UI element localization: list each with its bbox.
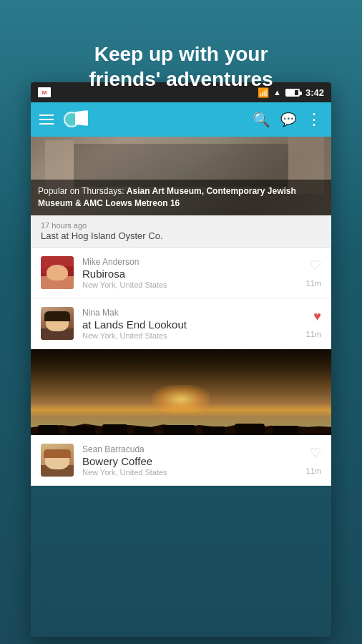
checkin-actions-mike: ♡ 11m [306, 258, 321, 288]
location-nina: New York, United States [82, 331, 298, 340]
avatar-nina [41, 307, 74, 340]
photo-strip [31, 349, 331, 435]
checkin-actions-nina: ♥ 11m [306, 309, 321, 338]
location-sean: New York, United States [82, 468, 298, 477]
checkin-info-mike: Mike Anderson Rubirosa New York, United … [82, 257, 298, 289]
section-time: 17 hours ago [41, 221, 321, 230]
checkin-item-sean[interactable]: Sean Barracuda Bowery Coffee New York, U… [31, 435, 331, 486]
section-place: Last at Hog Island Oyster Co. [41, 230, 321, 241]
checkin-actions-sean: ♡ 11m [306, 445, 321, 475]
page-header: Keep up with yourfriends' adventures [0, 20, 362, 109]
app-logo [64, 110, 88, 129]
place-mike: Rubirosa [82, 268, 298, 280]
banner-text: Popular on Thursdays: Asian Art Museum, … [38, 185, 324, 210]
search-icon[interactable]: 🔍 [253, 111, 270, 128]
heart-icon-sean[interactable]: ♡ [310, 445, 321, 461]
main-content: Popular on Thursdays: Asian Art Museum, … [31, 137, 331, 486]
banner-overlay: Popular on Thursdays: Asian Art Museum, … [31, 180, 331, 215]
hamburger-menu[interactable] [39, 114, 54, 125]
location-mike: New York, United States [82, 280, 298, 289]
time-nina: 11m [306, 330, 321, 338]
checkin-info-sean: Sean Barracuda Bowery Coffee New York, U… [82, 444, 298, 477]
time-sean: 11m [306, 467, 321, 475]
phone-frame: M 📶 ▲ 3:42 🔍 💬 ⋮ [31, 82, 331, 637]
username-nina: Nina Mak [82, 308, 298, 318]
time-mike: 11m [306, 279, 321, 288]
banner-prefix: Popular on Thursdays: [38, 186, 127, 196]
checkin-item-nina[interactable]: Nina Mak at Lands End Lookout New York, … [31, 298, 331, 349]
checkin-item[interactable]: Mike Anderson Rubirosa New York, United … [31, 248, 331, 298]
username-mike: Mike Anderson [82, 257, 298, 267]
more-icon[interactable]: ⋮ [306, 110, 323, 129]
place-nina: at Lands End Lookout [82, 318, 298, 331]
message-icon[interactable]: 💬 [280, 112, 296, 127]
featured-banner[interactable]: Popular on Thursdays: Asian Art Museum, … [31, 137, 331, 215]
checkin-info-nina: Nina Mak at Lands End Lookout New York, … [82, 308, 298, 340]
avatar-mike [41, 256, 74, 289]
username-sean: Sean Barracuda [82, 444, 298, 454]
avatar-sean [41, 444, 74, 477]
heart-icon-nina[interactable]: ♥ [313, 309, 321, 324]
header-title: Keep up with yourfriends' adventures [0, 20, 362, 109]
heart-icon-mike[interactable]: ♡ [310, 258, 321, 273]
section-header: 17 hours ago Last at Hog Island Oyster C… [31, 215, 331, 248]
place-sean: Bowery Coffee [82, 455, 298, 467]
